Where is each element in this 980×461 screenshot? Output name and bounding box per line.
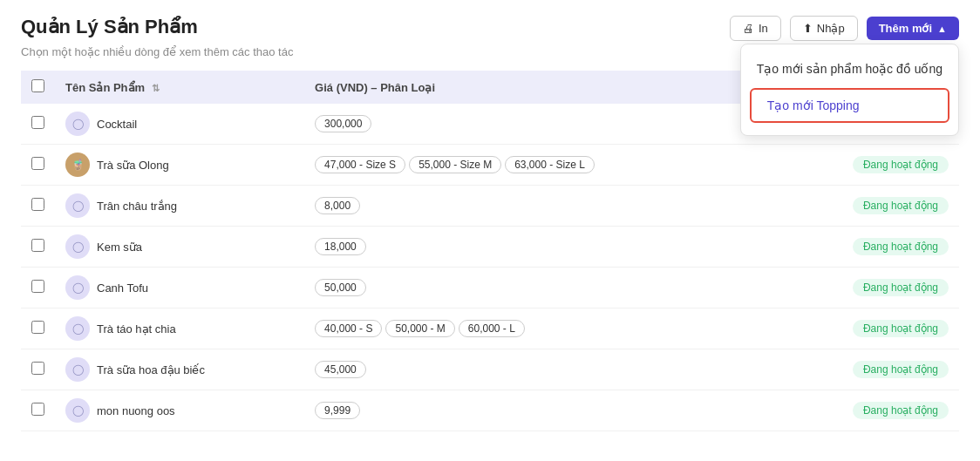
product-name-label: mon nuong oos — [97, 404, 175, 417]
product-icon: ◯ — [65, 275, 90, 300]
product-price-cell: 18,000 — [304, 227, 777, 268]
product-name-label: Trà sữa hoa đậu biếc — [97, 363, 205, 376]
product-icon: ◯ — [65, 193, 90, 218]
product-icon: ◯ — [65, 112, 90, 136]
product-name-label: Cocktail — [97, 118, 137, 131]
price-tag: 8,000 — [315, 197, 360, 214]
price-tag: 63,000 - Size L — [505, 156, 595, 173]
price-tag: 40,000 - S — [315, 320, 382, 337]
row-checkbox-cell — [21, 104, 55, 145]
status-badge: Đang hoạt động — [853, 279, 949, 296]
status-badge: Đang hoạt động — [853, 402, 949, 419]
dropdown-item-create-product[interactable]: Tạo mới sản phẩm hoặc đồ uống — [741, 53, 958, 85]
row-checkbox[interactable] — [31, 403, 44, 416]
product-icon: ◯ — [65, 316, 90, 341]
product-name-cell: ◯Kem sữa — [55, 227, 304, 268]
product-price-cell: 45,000 — [304, 349, 777, 390]
product-name-label: Trà táo hạt chia — [97, 322, 176, 336]
price-tag: 18,000 — [315, 238, 366, 255]
product-icon: ◯ — [65, 234, 90, 259]
row-checkbox[interactable] — [31, 280, 44, 293]
price-tag: 47,000 - Size S — [315, 156, 405, 173]
table-row: ◯Trân châu trắng8,000Đang hoạt động — [21, 186, 959, 227]
row-checkbox-cell — [21, 227, 55, 268]
product-name-cell: ◯Trà sữa hoa đậu biếc — [55, 349, 304, 390]
product-name-label: Trân châu trắng — [97, 200, 177, 213]
product-name-cell: ◯Cocktail — [55, 104, 304, 145]
row-checkbox-cell — [21, 390, 55, 431]
row-checkbox[interactable] — [31, 239, 44, 252]
row-checkbox[interactable] — [31, 116, 44, 129]
row-checkbox[interactable] — [31, 198, 44, 211]
row-checkbox-cell — [21, 349, 55, 390]
table-row: ◯Trà táo hạt chia40,000 - S50,000 - M60,… — [21, 308, 959, 349]
product-status-cell: Đang hoạt động — [778, 390, 959, 431]
product-name-label: Trà sữa Olong — [97, 159, 169, 172]
price-tag: 55,000 - Size M — [409, 156, 501, 173]
import-icon: ⬆ — [803, 22, 813, 35]
product-status-cell: Đang hoạt động — [778, 308, 959, 349]
product-price-cell: 40,000 - S50,000 - M60,000 - L — [304, 308, 777, 349]
product-icon: 🧋 — [65, 153, 90, 177]
sort-icon: ⇅ — [152, 83, 160, 93]
product-name-cell: ◯mon nuong oos — [55, 390, 304, 431]
status-badge: Đang hoạt động — [853, 156, 949, 173]
row-checkbox-cell — [21, 308, 55, 349]
row-checkbox-cell — [21, 145, 55, 186]
dropdown-menu: Tạo mới sản phẩm hoặc đồ uống Tạo mới To… — [740, 44, 959, 136]
product-name-cell: ◯Trà táo hạt chia — [55, 308, 304, 349]
product-name-cell: 🧋Trà sữa Olong — [55, 145, 304, 186]
col-price-header: Giá (VND) – Phân Loại — [304, 71, 777, 104]
table-row: ◯Canh Tofu50,000Đang hoạt động — [21, 268, 959, 308]
add-new-button[interactable]: Thêm mới ▲ — [867, 17, 959, 40]
product-status-cell: Đang hoạt động — [778, 145, 959, 186]
row-checkbox[interactable] — [31, 362, 44, 375]
row-checkbox-cell — [21, 268, 55, 308]
price-tag: 300,000 — [315, 115, 371, 132]
table-row: ◯Trà sữa hoa đậu biếc45,000Đang hoạt độn… — [21, 349, 959, 390]
price-tag: 9,999 — [315, 402, 360, 419]
row-checkbox-cell — [21, 186, 55, 227]
product-status-cell: Đang hoạt động — [778, 227, 959, 268]
chevron-up-icon: ▲ — [937, 24, 947, 34]
row-checkbox[interactable] — [31, 321, 44, 334]
table-row: 🧋Trà sữa Olong47,000 - Size S55,000 - Si… — [21, 145, 959, 186]
price-tag: 60,000 - L — [459, 320, 525, 337]
col-name-header: Tên Sản Phẩm ⇅ — [55, 71, 304, 104]
product-icon: ◯ — [65, 357, 90, 382]
import-button[interactable]: ⬆ Nhập — [790, 16, 858, 41]
status-badge: Đang hoạt động — [853, 197, 949, 214]
status-badge: Đang hoạt động — [853, 361, 949, 378]
product-name-label: Canh Tofu — [97, 281, 148, 295]
price-tag: 50,000 - M — [385, 320, 454, 337]
product-price-cell: 8,000 — [304, 186, 777, 227]
row-checkbox[interactable] — [31, 157, 44, 170]
product-name-cell: ◯Canh Tofu — [55, 268, 304, 308]
product-icon: ◯ — [65, 398, 90, 423]
product-price-cell: 9,999 — [304, 390, 777, 431]
print-button[interactable]: 🖨 In — [730, 16, 781, 41]
table-row: ◯Kem sữa18,000Đang hoạt động — [21, 227, 959, 268]
dropdown-item-create-topping[interactable]: Tạo mới Topping — [750, 88, 949, 123]
table-row: ◯mon nuong oos9,999Đang hoạt động — [21, 390, 959, 431]
print-icon: 🖨 — [743, 22, 754, 35]
price-tag: 45,000 — [315, 361, 366, 378]
product-status-cell: Đang hoạt động — [778, 186, 959, 227]
product-name-cell: ◯Trân châu trắng — [55, 186, 304, 227]
select-all-checkbox[interactable] — [31, 79, 44, 92]
toolbar: 🖨 In ⬆ Nhập Thêm mới ▲ — [730, 16, 959, 41]
select-all-header — [21, 71, 55, 104]
status-badge: Đang hoạt động — [853, 238, 949, 255]
product-price-cell: 300,000 — [304, 104, 777, 145]
price-tag: 50,000 — [315, 279, 366, 296]
product-status-cell: Đang hoạt động — [778, 349, 959, 390]
status-badge: Đang hoạt động — [853, 320, 949, 337]
product-price-cell: 50,000 — [304, 268, 777, 308]
product-price-cell: 47,000 - Size S55,000 - Size M63,000 - S… — [304, 145, 777, 186]
product-status-cell: Đang hoạt động — [778, 268, 959, 308]
product-name-label: Kem sữa — [97, 241, 142, 254]
